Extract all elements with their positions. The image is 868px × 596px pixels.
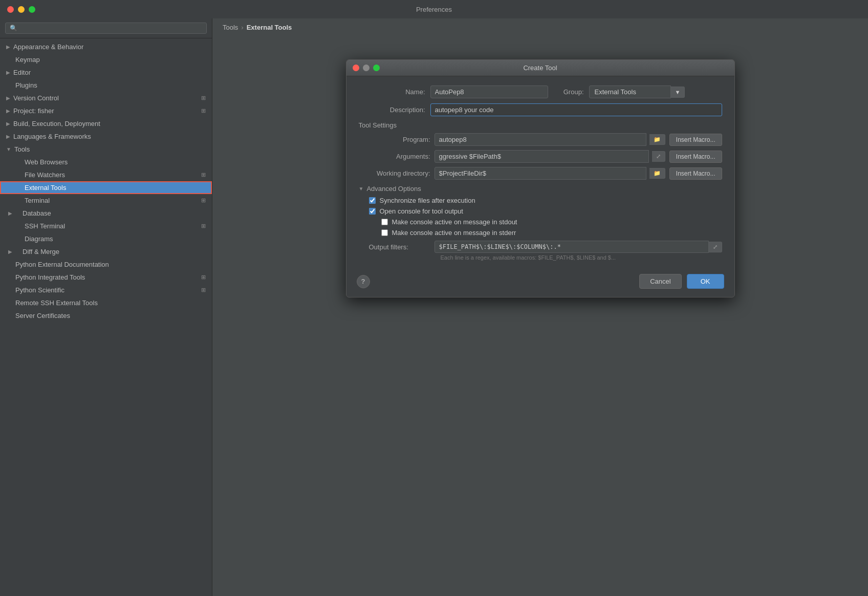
description-input[interactable] — [430, 103, 722, 116]
group-select-wrap: External Tools ▼ — [589, 86, 685, 98]
maximize-button[interactable] — [29, 6, 35, 13]
working-dir-input[interactable] — [435, 167, 646, 180]
program-browse-button[interactable]: 📁 — [649, 134, 665, 145]
working-dir-insert-macro-button[interactable]: Insert Macro... — [669, 167, 722, 180]
sidebar-item-server-certs[interactable]: Server Certificates — [0, 309, 212, 322]
program-label: Program: — [359, 136, 430, 143]
sidebar-item-tools[interactable]: ▼ Tools — [0, 143, 212, 156]
arguments-input[interactable] — [435, 150, 649, 163]
stdout-active-checkbox[interactable] — [381, 219, 388, 225]
sidebar-item-appearance[interactable]: ▶ Appearance & Behavior — [0, 40, 212, 53]
sidebar-item-label: Remote SSH External Tools — [15, 299, 98, 307]
sync-icon: ⊞ — [201, 95, 206, 101]
sidebar-item-project[interactable]: ▶ Project: fisher ⊞ — [0, 104, 212, 117]
title-bar: Preferences — [0, 0, 868, 18]
group-dropdown-button[interactable]: ▼ — [671, 87, 685, 98]
sidebar-item-label: Database — [23, 209, 51, 217]
make-active-stderr-row: Make console active on message in stderr — [359, 229, 722, 237]
output-filters-expand-button[interactable]: ⤢ — [709, 242, 722, 252]
dialog-titlebar: Create Tool — [346, 60, 734, 76]
sidebar-item-web-browsers[interactable]: Web Browsers — [0, 156, 212, 168]
search-bar: 🔍 — [0, 18, 212, 38]
content-area: Tools › External Tools Create Tool — [212, 18, 868, 596]
help-button[interactable]: ? — [357, 275, 370, 288]
output-filters-input[interactable] — [435, 241, 709, 253]
advanced-arrow-icon: ▼ — [359, 186, 364, 191]
open-console-checkbox[interactable] — [369, 208, 376, 215]
dialog-actions: Cancel OK — [639, 274, 724, 289]
search-input[interactable] — [19, 25, 202, 32]
cancel-button[interactable]: Cancel — [639, 274, 681, 289]
sidebar-item-label: Web Browsers — [25, 158, 68, 166]
sidebar-item-label: Python Integrated Tools — [15, 273, 85, 281]
sidebar-item-remote-ssh[interactable]: Remote SSH External Tools — [0, 296, 212, 309]
sidebar-item-python-integrated[interactable]: Python Integrated Tools ⊞ — [0, 271, 212, 284]
open-console-label: Open console for tool output — [380, 207, 463, 215]
sidebar-item-terminal[interactable]: Terminal ⊞ — [0, 194, 212, 207]
sidebar-item-editor[interactable]: ▶ Editor — [0, 66, 212, 79]
ok-button[interactable]: OK — [687, 274, 724, 289]
advanced-toggle[interactable]: ▼ Advanced Options — [359, 185, 722, 193]
sidebar-item-plugins[interactable]: Plugins — [0, 79, 212, 92]
sync-icon: ⊞ — [201, 108, 206, 114]
sidebar-item-version-control[interactable]: ▶ Version Control ⊞ — [0, 92, 212, 104]
arguments-expand-button[interactable]: ⤢ — [652, 151, 665, 162]
name-input[interactable] — [430, 86, 548, 98]
sidebar-item-file-watchers[interactable]: File Watchers ⊞ — [0, 168, 212, 181]
arguments-insert-macro-button[interactable]: Insert Macro... — [669, 151, 722, 163]
sidebar-item-python-ext-docs[interactable]: Python External Documentation — [0, 258, 212, 271]
dialog-max-button[interactable] — [373, 65, 380, 71]
name-label: Name: — [359, 88, 425, 96]
open-console-row: Open console for tool output — [359, 207, 722, 215]
dialog-footer: ? Cancel OK — [346, 269, 734, 297]
dialog-overlay: Create Tool Name: Group: External Tools — [212, 18, 868, 596]
arrow-icon: ▶ — [8, 249, 12, 254]
sync-icon: ⊞ — [201, 274, 206, 281]
program-insert-macro-button[interactable]: Insert Macro... — [669, 134, 722, 146]
output-filters-label: Output filters: — [369, 243, 430, 251]
arrow-icon: ▶ — [6, 95, 10, 101]
arrow-icon: ▶ — [6, 121, 10, 126]
sidebar-item-diff-merge[interactable]: ▶ Diff & Merge — [0, 245, 212, 258]
group-select[interactable]: External Tools — [589, 86, 671, 98]
search-input-wrap[interactable]: 🔍 — [5, 23, 207, 34]
description-label: Description: — [359, 106, 425, 114]
stdout-active-label: Make console active on message in stdout — [392, 218, 517, 226]
create-tool-dialog: Create Tool Name: Group: External Tools — [346, 59, 735, 297]
stderr-active-checkbox[interactable] — [381, 229, 388, 236]
sidebar-item-label: Build, Execution, Deployment — [13, 120, 100, 127]
output-filters-row: Output filters: ⤢ — [359, 241, 722, 253]
sync-files-checkbox[interactable] — [369, 197, 376, 204]
regex-hint: Each line is a regex, available macros: … — [359, 254, 722, 261]
close-button[interactable] — [7, 6, 14, 13]
dialog-min-button[interactable] — [363, 65, 370, 71]
sidebar-item-label: Python External Documentation — [15, 261, 109, 268]
sidebar-item-ssh[interactable]: SSH Terminal ⊞ — [0, 220, 212, 232]
working-dir-row: Working directory: 📁 Insert Macro... — [359, 167, 722, 180]
arrow-icon: ▶ — [6, 44, 10, 50]
sidebar-item-external-tools[interactable]: External Tools — [0, 181, 212, 194]
sidebar-item-languages[interactable]: ▶ Languages & Frameworks — [0, 130, 212, 143]
sidebar-item-build[interactable]: ▶ Build, Execution, Deployment — [0, 117, 212, 130]
sidebar-item-label: Plugins — [15, 81, 37, 89]
window-title: Preferences — [416, 6, 452, 13]
description-row: Description: — [359, 103, 722, 116]
sidebar-item-label: SSH Terminal — [25, 222, 65, 230]
sidebar-item-keymap[interactable]: Keymap — [0, 53, 212, 66]
working-dir-browse-button[interactable]: 📁 — [649, 168, 665, 179]
arrow-icon: ▶ — [6, 70, 10, 75]
minimize-button[interactable] — [18, 6, 25, 13]
sidebar-item-label: Tools — [14, 145, 30, 153]
sync-icon: ⊞ — [201, 223, 206, 229]
dialog-close-button[interactable] — [353, 65, 359, 71]
group-label: Group: — [553, 88, 584, 96]
sidebar-item-label: Project: fisher — [13, 107, 54, 115]
sidebar-item-label: Diff & Merge — [23, 248, 59, 256]
sidebar-item-python-scientific[interactable]: Python Scientific ⊞ — [0, 284, 212, 296]
sidebar-item-label: Appearance & Behavior — [13, 43, 83, 51]
program-input[interactable] — [435, 133, 646, 146]
arrow-icon: ▶ — [6, 108, 10, 114]
sidebar-item-database[interactable]: ▶ Database — [0, 207, 212, 220]
sidebar-item-diagrams[interactable]: Diagrams — [0, 232, 212, 245]
tool-settings-label: Tool Settings — [359, 121, 722, 129]
